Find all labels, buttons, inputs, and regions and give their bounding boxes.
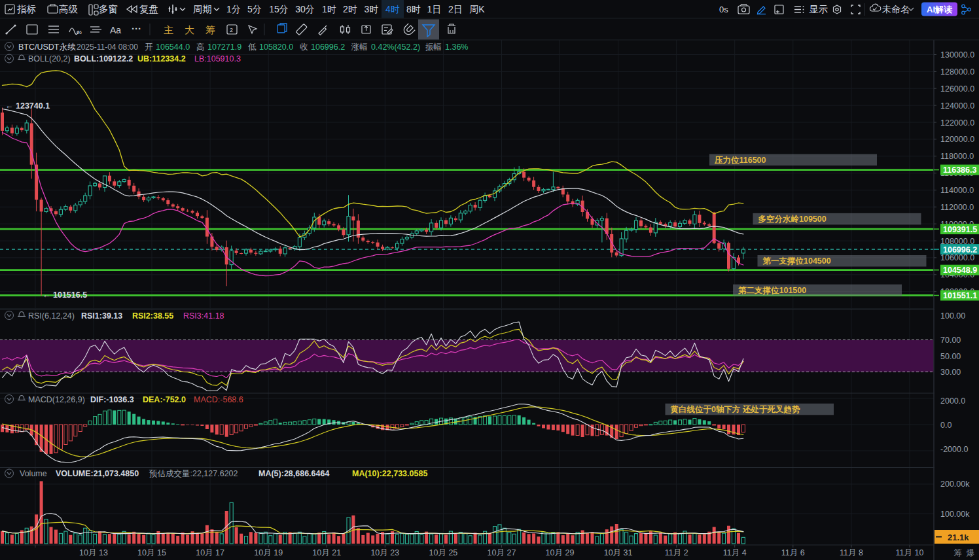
svg-text:BOLL(20,2): BOLL(20,2)	[28, 54, 71, 63]
svg-text:大: 大	[185, 24, 194, 35]
svg-text:← 101516.5: ← 101516.5	[43, 290, 87, 300]
svg-text:2025-11-04 08:00: 2025-11-04 08:00	[77, 43, 138, 52]
svg-text:显示: 显示	[809, 4, 828, 14]
svg-text:Volume: Volume	[20, 469, 47, 478]
svg-text:筹: 筹	[954, 548, 963, 557]
svg-text:0.42%(452.2): 0.42%(452.2)	[371, 43, 420, 52]
svg-text:BTC/USDT永续: BTC/USDT永续	[18, 43, 76, 52]
svg-text:109391.5: 109391.5	[943, 225, 977, 234]
svg-text:66: 66	[77, 30, 82, 35]
svg-text:RSI2:38.55: RSI2:38.55	[132, 311, 173, 321]
svg-text:128000.0: 128000.0	[940, 67, 974, 77]
svg-text:···: ···	[132, 23, 141, 34]
svg-text:11月 2: 11月 2	[665, 548, 688, 557]
svg-text:11月 6: 11月 6	[781, 548, 805, 557]
svg-text:100.00k: 100.00k	[940, 510, 970, 519]
svg-text:10月 31: 10月 31	[604, 548, 633, 557]
svg-text:0s: 0s	[719, 5, 728, 14]
svg-text:VOLUME:21,073.4850: VOLUME:21,073.4850	[56, 469, 139, 478]
svg-text:RSI1:39.13: RSI1:39.13	[81, 311, 122, 321]
svg-text:105820.0: 105820.0	[259, 43, 293, 52]
svg-text:1分: 1分	[226, 4, 241, 14]
svg-text:未命名: 未命名	[882, 4, 910, 14]
svg-text:10月 13: 10月 13	[79, 548, 108, 557]
svg-text:AI解读: AI解读	[927, 5, 953, 14]
svg-text:11月 10: 11月 10	[896, 548, 924, 557]
svg-text:RSI(6,12,24): RSI(6,12,24)	[28, 311, 75, 321]
svg-text:MA(10):22,733.0585: MA(10):22,733.0585	[352, 469, 427, 478]
svg-text:振幅: 振幅	[425, 43, 442, 52]
svg-text:114000.0: 114000.0	[940, 186, 974, 195]
svg-text:50.00: 50.00	[940, 352, 961, 361]
svg-text:2日: 2日	[448, 4, 463, 14]
svg-text:10月 17: 10月 17	[196, 548, 224, 557]
svg-text:106996.2: 106996.2	[943, 245, 977, 254]
svg-text:106996.2: 106996.2	[311, 43, 345, 52]
svg-text:112000.0: 112000.0	[940, 203, 974, 212]
svg-text:压力位116500: 压力位116500	[714, 156, 766, 165]
svg-text:120000.0: 120000.0	[940, 135, 974, 144]
svg-text:107271.9: 107271.9	[207, 43, 241, 52]
svg-text:-2000.0: -2000.0	[940, 445, 968, 454]
svg-text:预估成交量:22,127.6202: 预估成交量:22,127.6202	[149, 469, 238, 478]
svg-text:UB:112334.2: UB:112334.2	[137, 54, 186, 63]
svg-text:3时: 3时	[365, 4, 379, 14]
svg-text:200.00k: 200.00k	[940, 480, 970, 489]
svg-text:130000.0: 130000.0	[940, 50, 974, 60]
svg-text:DIF:-1036.3: DIF:-1036.3	[90, 395, 134, 404]
svg-text:104548.9: 104548.9	[943, 266, 977, 275]
svg-text:高级: 高级	[59, 4, 79, 14]
svg-text:124000.0: 124000.0	[940, 101, 974, 111]
svg-text:低: 低	[248, 43, 257, 52]
svg-text:第一支撑位104500: 第一支撑位104500	[762, 256, 831, 266]
svg-text:收: 收	[300, 43, 308, 52]
svg-text:126000.0: 126000.0	[940, 84, 974, 94]
svg-text:Aa: Aa	[110, 25, 121, 35]
svg-text:106544.0: 106544.0	[156, 43, 190, 52]
svg-text:8时: 8时	[406, 4, 421, 14]
svg-text:多窗: 多窗	[99, 4, 118, 14]
svg-text:主: 主	[164, 24, 173, 35]
svg-text:第二支撑位101500: 第二支撑位101500	[738, 286, 806, 295]
svg-text:10月 15: 10月 15	[137, 548, 166, 557]
svg-text:2时: 2时	[343, 4, 357, 14]
svg-text:MA(5):28,686.6464: MA(5):28,686.6464	[258, 469, 329, 478]
svg-text:122000.0: 122000.0	[940, 118, 974, 128]
svg-text:2: 2	[230, 27, 233, 33]
svg-text:101551.1: 101551.1	[943, 291, 977, 300]
svg-text:黄白线位于0轴下方 还处于死叉趋势: 黄白线位于0轴下方 还处于死叉趋势	[671, 404, 800, 414]
svg-text:10月 29: 10月 29	[546, 548, 575, 557]
svg-text:爆: 爆	[967, 548, 975, 557]
svg-text:10月 25: 10月 25	[429, 548, 458, 557]
svg-text:11月 8: 11月 8	[840, 548, 863, 557]
svg-text:30.00: 30.00	[940, 368, 961, 377]
svg-text:RSI3:41.18: RSI3:41.18	[183, 311, 224, 321]
svg-text:开: 开	[145, 43, 153, 52]
svg-text:BOLL:109122.2: BOLL:109122.2	[74, 54, 133, 63]
svg-text:← 123740.1: ← 123740.1	[5, 101, 50, 111]
svg-text:70.00: 70.00	[940, 336, 961, 345]
svg-text:11月 4: 11月 4	[723, 548, 747, 557]
svg-text:1.36%: 1.36%	[445, 43, 468, 52]
svg-text:涨幅: 涨幅	[351, 43, 368, 52]
svg-text:116386.3: 116386.3	[943, 166, 976, 175]
svg-text:15分: 15分	[269, 4, 289, 14]
svg-text:118000.0: 118000.0	[940, 152, 974, 161]
svg-text:4时: 4时	[385, 4, 400, 14]
svg-text:2000.0: 2000.0	[940, 396, 965, 406]
svg-text:MACD(12,26,9): MACD(12,26,9)	[28, 395, 85, 404]
svg-text:1日: 1日	[427, 4, 442, 14]
svg-text:复盘: 复盘	[139, 4, 158, 14]
svg-text:106000.0: 106000.0	[940, 253, 974, 262]
svg-text:MACD:-568.6: MACD:-568.6	[194, 395, 243, 404]
svg-text:0.0: 0.0	[940, 421, 952, 430]
svg-text:1时: 1时	[322, 4, 336, 14]
svg-text:指标: 指标	[17, 4, 36, 14]
svg-text:10月 19: 10月 19	[254, 548, 283, 557]
svg-text:10月 27: 10月 27	[488, 548, 516, 557]
svg-text:100.00: 100.00	[940, 311, 965, 321]
svg-text:30分: 30分	[295, 4, 315, 14]
svg-text:高: 高	[196, 43, 205, 52]
svg-text:周K: 周K	[469, 4, 485, 14]
svg-text:周期: 周期	[193, 4, 212, 14]
